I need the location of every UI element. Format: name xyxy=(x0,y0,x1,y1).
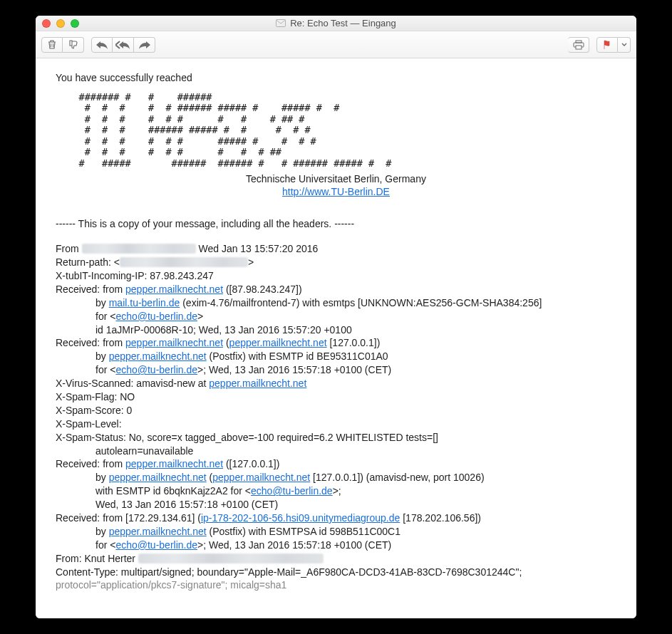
reply-all-button[interactable] xyxy=(113,37,134,53)
window-zoom-button[interactable] xyxy=(71,19,79,28)
reply-button[interactable] xyxy=(91,37,113,53)
link-pepper-2a[interactable]: pepper.mailknecht.net xyxy=(125,337,223,348)
link-pepper-1[interactable]: pepper.mailknecht.net xyxy=(125,284,223,295)
printer-icon xyxy=(573,40,584,50)
mail-headers: From Wed Jan 13 15:57:20 2016 Return-pat… xyxy=(56,242,616,592)
mail-message-window: Re: Echo Test — Eingang xyxy=(36,16,636,618)
university-link[interactable]: http://www.TU-Berlin.DE xyxy=(282,186,390,197)
delete-button[interactable] xyxy=(41,37,63,53)
header-spam-status: X-Spam-Status: No, score=x tagged_above=… xyxy=(56,431,616,445)
redacted-sender xyxy=(82,244,196,254)
flag-button[interactable] xyxy=(596,37,618,53)
redacted-from-address xyxy=(138,554,324,563)
header-content-type: Content-Type: multipart/signed; boundary… xyxy=(56,566,616,579)
trash-icon xyxy=(47,39,57,50)
header-from-date: Wed Jan 13 15:57:20 2016 xyxy=(196,243,319,254)
header-from-label: From xyxy=(56,243,82,254)
message-body[interactable]: You have successfully reached ####### # … xyxy=(36,58,636,618)
link-pepper-3c[interactable]: pepper.mailknecht.net xyxy=(212,472,310,483)
header-incoming-ip: X-tubIT-Incoming-IP: 87.98.243.247 xyxy=(56,269,616,283)
link-echo-1[interactable]: echo@tu-berlin.de xyxy=(115,311,197,322)
link-pepper-2c[interactable]: pepper.mailknecht.net xyxy=(109,350,207,362)
flag-icon xyxy=(602,40,612,50)
header-from-name: From: Knut Herter xyxy=(56,553,138,564)
scroll-fade xyxy=(36,606,636,618)
print-button[interactable] xyxy=(568,37,589,53)
link-echo-2[interactable]: echo@tu-berlin.de xyxy=(115,364,197,375)
university-line: Technische Universitaet Berlin, Germany xyxy=(56,172,616,186)
link-echo-4[interactable]: echo@tu-berlin.de xyxy=(115,539,197,551)
forward-button[interactable] xyxy=(134,37,155,53)
link-pepper-3b[interactable]: pepper.mailknecht.net xyxy=(109,472,207,483)
traffic-lights xyxy=(36,19,79,28)
reply-icon xyxy=(95,41,108,49)
separator-line: ------ This is a copy of your message, i… xyxy=(56,217,616,231)
link-pepper-3a[interactable]: pepper.mailknecht.net xyxy=(125,458,223,469)
junk-button[interactable] xyxy=(63,37,84,53)
svg-rect-3 xyxy=(576,46,581,49)
flag-menu-button[interactable] xyxy=(618,37,631,53)
header-virus-scanned: X-Virus-Scanned: amavisd-new at xyxy=(56,378,209,389)
header-spam-flag: X-Spam-Flag: NO xyxy=(56,390,616,404)
link-pepper-vs[interactable]: pepper.mailknecht.net xyxy=(209,378,306,389)
link-unitymedia[interactable]: ip-178-202-106-56.hsi09.unitymediagroup.… xyxy=(201,512,400,524)
envelope-icon xyxy=(276,19,286,27)
intro-text: You have successfully reached xyxy=(56,71,616,85)
chevron-down-icon xyxy=(621,43,627,47)
thumbs-down-icon xyxy=(68,40,79,50)
header-return-path-label: Return-path: < xyxy=(56,256,120,268)
header-spam-level: X-Spam-Level: xyxy=(56,417,616,431)
toolbar xyxy=(36,31,636,58)
window-close-button[interactable] xyxy=(42,19,51,28)
reply-all-icon xyxy=(115,41,131,49)
titlebar[interactable]: Re: Echo Test — Eingang xyxy=(36,16,636,31)
header-spam-score: X-Spam-Score: 0 xyxy=(56,404,616,417)
ascii-banner: ####### # # ###### # # # # # ###### ####… xyxy=(56,92,616,170)
link-mail-tub[interactable]: mail.tu-berlin.de xyxy=(109,297,180,308)
forward-icon xyxy=(138,41,151,49)
header-content-type-2: protocol="application/pkcs7-signature"; … xyxy=(56,578,616,592)
redacted-return-path xyxy=(120,257,248,267)
window-minimize-button[interactable] xyxy=(56,19,65,28)
link-pepper-4[interactable]: pepper.mailknecht.net xyxy=(109,526,207,537)
svg-rect-0 xyxy=(276,20,286,27)
link-echo-3[interactable]: echo@tu-berlin.de xyxy=(251,485,333,497)
window-title: Re: Echo Test — Eingang xyxy=(36,18,636,28)
link-pepper-2b[interactable]: pepper.mailknecht.net xyxy=(229,337,327,348)
